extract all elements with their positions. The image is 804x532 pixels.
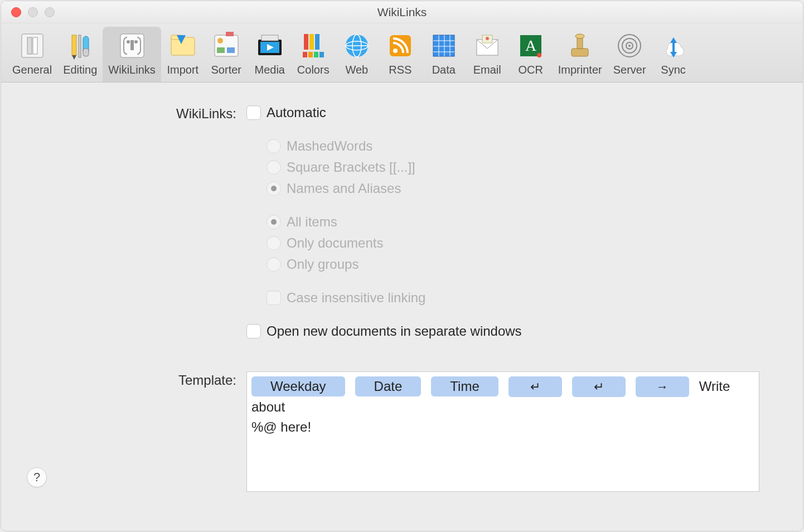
token-return-2[interactable]: ↵ [572, 376, 626, 397]
tab-rss[interactable]: RSS [379, 27, 422, 82]
svg-rect-23 [261, 35, 278, 41]
rss-icon [385, 30, 416, 61]
scope-groups-label: Only groups [287, 257, 359, 272]
tab-label: OCR [519, 64, 543, 76]
svg-rect-3 [72, 35, 76, 55]
svg-rect-7 [83, 49, 89, 56]
data-icon [428, 30, 459, 61]
media-icon [254, 30, 285, 61]
content-pane: WikiLinks: Automatic MashedWords Square … [1, 83, 803, 531]
case-insensitive-checkbox [267, 291, 281, 305]
tab-label: General [12, 64, 52, 76]
tab-editing[interactable]: Editing [57, 27, 103, 82]
tab-label: Sync [661, 64, 685, 76]
tab-colors[interactable]: Colors [292, 27, 335, 82]
svg-rect-24 [304, 34, 308, 50]
tab-label: Import [167, 64, 198, 76]
svg-rect-15 [215, 35, 238, 56]
tab-general[interactable]: General [7, 27, 57, 82]
tab-label: Editing [63, 64, 97, 76]
tab-label: Sorter [211, 64, 241, 76]
sync-icon [658, 30, 689, 61]
svg-point-52 [575, 34, 584, 38]
tab-email[interactable]: Email [466, 27, 509, 82]
svg-rect-26 [315, 34, 319, 50]
svg-rect-18 [217, 47, 225, 53]
template-free-text-2: %@ here! [251, 419, 311, 434]
svg-point-16 [217, 38, 223, 43]
tab-web[interactable]: Web [335, 27, 379, 82]
svg-point-9 [127, 40, 130, 43]
svg-rect-37 [433, 35, 454, 56]
tab-data[interactable]: Data [422, 27, 466, 82]
style-brackets-label: Square Brackets [[...]] [287, 159, 415, 175]
svg-rect-30 [319, 52, 324, 57]
tab-import[interactable]: Import [161, 27, 205, 82]
svg-point-46 [486, 37, 489, 40]
tab-imprinter[interactable]: Imprinter [553, 27, 608, 82]
help-button[interactable]: ? [27, 467, 47, 487]
token-time[interactable]: Time [431, 376, 498, 396]
style-brackets-radio [267, 160, 281, 175]
tab-label: Data [432, 64, 456, 76]
close-window-button[interactable] [11, 7, 21, 17]
style-names-radio [267, 181, 281, 196]
scope-docs-label: Only documents [287, 235, 383, 251]
scope-all-label: All items [287, 214, 337, 230]
window-title: WikiLinks [1, 6, 803, 19]
tab-wikilinks[interactable]: WikiLinks [103, 27, 161, 82]
import-icon [167, 30, 198, 61]
svg-marker-4 [72, 55, 76, 60]
titlebar: WikiLinks [1, 1, 803, 23]
svg-point-10 [134, 40, 138, 43]
window-controls [1, 7, 55, 17]
style-mashedwords-radio [267, 139, 281, 153]
tab-server[interactable]: Server [608, 27, 652, 82]
svg-rect-1 [27, 37, 32, 54]
svg-rect-27 [303, 52, 307, 57]
open-separate-label: Open new documents in separate windows [267, 323, 522, 339]
scope-docs-radio [267, 236, 281, 250]
tab-sync[interactable]: Sync [652, 27, 695, 82]
svg-rect-11 [130, 40, 134, 50]
tab-label: Media [255, 64, 285, 76]
template-section-label: Template: [35, 371, 246, 388]
svg-rect-50 [571, 49, 588, 56]
general-icon [17, 30, 48, 61]
zoom-window-button[interactable] [45, 7, 55, 17]
web-icon [341, 30, 372, 61]
svg-rect-28 [308, 52, 313, 57]
sorter-icon [211, 30, 242, 61]
token-date[interactable]: Date [355, 376, 422, 396]
tab-label: Email [473, 64, 501, 76]
svg-rect-5 [79, 35, 81, 57]
case-insensitive-label: Case insensitive linking [287, 290, 425, 306]
wikilinks-icon [117, 30, 148, 61]
preferences-toolbar: General Editing [1, 23, 803, 83]
help-icon: ? [33, 470, 40, 485]
preferences-window: WikiLinks General [1, 1, 803, 531]
tab-ocr[interactable]: A OCR [509, 27, 553, 82]
svg-marker-58 [670, 37, 677, 43]
tab-sorter[interactable]: Sorter [205, 27, 248, 82]
ocr-icon: A [515, 30, 546, 61]
automatic-label: Automatic [267, 105, 326, 120]
tab-media[interactable]: Media [248, 27, 292, 82]
template-textbox[interactable]: WeekdayDateTime↵↵→Write about %@ here! [246, 371, 759, 492]
token-tab[interactable]: → [636, 376, 689, 397]
svg-rect-17 [226, 32, 234, 36]
token-weekday[interactable]: Weekday [251, 376, 345, 396]
colors-icon [298, 30, 329, 61]
tab-label: Web [345, 64, 368, 76]
tab-label: Colors [297, 64, 330, 76]
svg-rect-2 [33, 37, 37, 54]
tab-label: Server [613, 64, 646, 76]
svg-point-49 [537, 53, 541, 57]
automatic-checkbox[interactable] [246, 105, 261, 120]
token-return[interactable]: ↵ [508, 376, 562, 397]
tab-label: RSS [389, 64, 411, 76]
tab-label: WikiLinks [108, 64, 155, 76]
open-separate-checkbox[interactable] [246, 324, 261, 338]
minimize-window-button[interactable] [28, 7, 38, 17]
email-icon [472, 30, 503, 61]
